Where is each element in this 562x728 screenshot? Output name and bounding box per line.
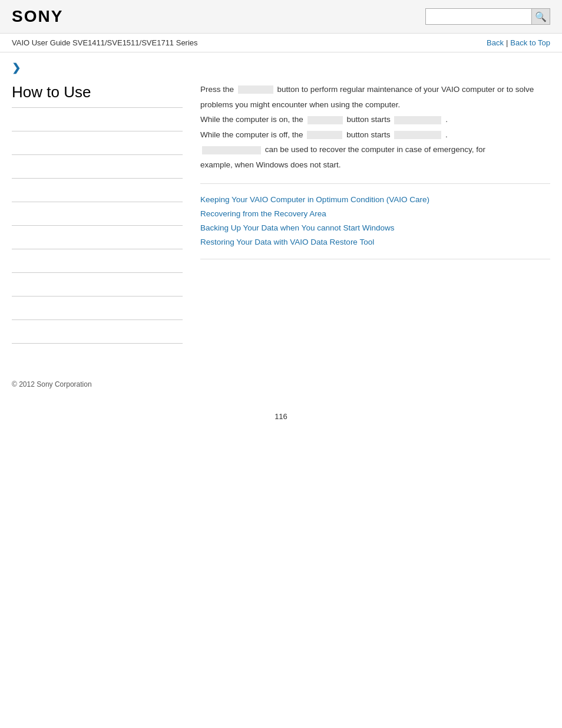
sidebar-title: How to Use bbox=[12, 83, 183, 108]
description-line-5: can be used to recover the computer in c… bbox=[200, 143, 550, 156]
content-description: Press the button to perform regular main… bbox=[200, 83, 550, 172]
inline-button-placeholder-2 bbox=[308, 116, 343, 124]
search-area: 🔍 bbox=[425, 8, 550, 25]
description-line-4: While the computer is off, the button st… bbox=[200, 129, 550, 141]
nav-separator: | bbox=[506, 38, 508, 47]
description-line-2: problems you might encounter when using … bbox=[200, 98, 550, 111]
nav-bar: VAIO User Guide SVE1411/SVE1511/SVE1711 … bbox=[0, 34, 562, 52]
description-line-1: Press the button to perform regular main… bbox=[200, 83, 550, 96]
sidebar-item bbox=[12, 249, 183, 273]
link-backing-up[interactable]: Backing Up Your Data when You cannot Sta… bbox=[200, 221, 550, 235]
inline-button-placeholder-3 bbox=[307, 131, 342, 139]
sidebar-item bbox=[12, 226, 183, 249]
page-number: 116 bbox=[0, 400, 562, 433]
sidebar-item bbox=[12, 297, 183, 320]
inline-result-placeholder-2 bbox=[394, 131, 441, 139]
link-restore-tool[interactable]: Restoring Your Data with VAIO Data Resto… bbox=[200, 235, 550, 249]
sidebar-item bbox=[12, 202, 183, 226]
search-icon: 🔍 bbox=[535, 11, 547, 22]
sony-logo: SONY bbox=[12, 7, 63, 26]
sidebar-item bbox=[12, 273, 183, 297]
link-vaio-care[interactable]: Keeping Your VAIO Computer in Optimum Co… bbox=[200, 193, 550, 207]
sidebar-item bbox=[12, 131, 183, 155]
back-link[interactable]: Back bbox=[487, 38, 504, 47]
back-to-top-link[interactable]: Back to Top bbox=[510, 38, 550, 47]
copyright: © 2012 Sony Corporation bbox=[12, 380, 92, 388]
breadcrumb-arrow: ❯ bbox=[12, 62, 21, 74]
content-divider-bottom bbox=[200, 259, 550, 259]
inline-tool-placeholder bbox=[202, 146, 261, 154]
links-section: Keeping Your VAIO Computer in Optimum Co… bbox=[200, 193, 550, 250]
breadcrumb: ❯ bbox=[0, 52, 562, 77]
footer: © 2012 Sony Corporation bbox=[0, 367, 562, 400]
sidebar-item bbox=[12, 108, 183, 131]
sidebar-item bbox=[12, 155, 183, 179]
search-input[interactable] bbox=[425, 8, 531, 25]
inline-result-placeholder-1 bbox=[394, 116, 441, 124]
description-line-3: While the computer is on, the button sta… bbox=[200, 113, 550, 126]
inline-button-placeholder-1 bbox=[238, 85, 273, 94]
description-line-6: example, when Windows does not start. bbox=[200, 159, 550, 172]
sidebar: How to Use bbox=[12, 83, 183, 344]
nav-links: Back | Back to Top bbox=[487, 38, 550, 47]
sidebar-item bbox=[12, 320, 183, 344]
sidebar-item bbox=[12, 179, 183, 202]
search-button[interactable]: 🔍 bbox=[531, 8, 550, 25]
content-area: Press the button to perform regular main… bbox=[194, 83, 550, 344]
link-recovery-area[interactable]: Recovering from the Recovery Area bbox=[200, 207, 550, 221]
header: SONY 🔍 bbox=[0, 0, 562, 34]
guide-title: VAIO User Guide SVE1411/SVE1511/SVE1711 … bbox=[12, 38, 198, 47]
main-content: How to Use Press the button to perform r… bbox=[0, 77, 562, 350]
content-divider-top bbox=[200, 183, 550, 184]
